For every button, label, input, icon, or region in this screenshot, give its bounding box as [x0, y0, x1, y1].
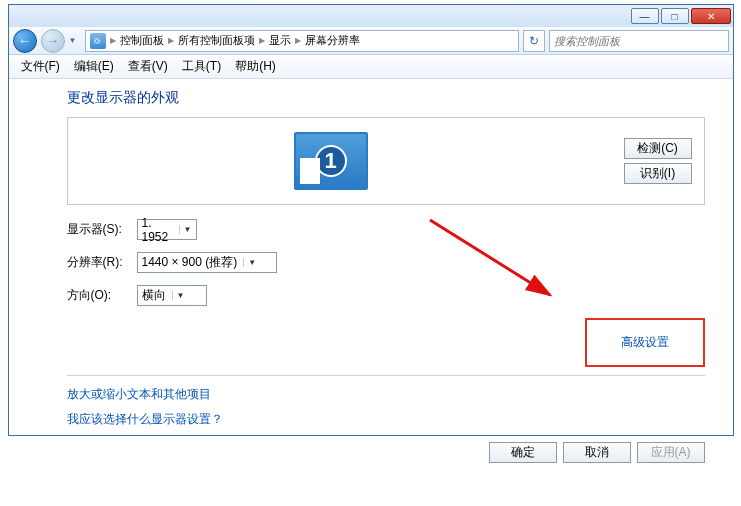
orientation-value: 横向	[142, 287, 166, 304]
identify-button[interactable]: 识别(I)	[624, 163, 692, 184]
search-input[interactable]	[549, 30, 729, 52]
menu-help[interactable]: 帮助(H)	[229, 56, 282, 77]
orientation-dropdown[interactable]: 横向 ▼	[137, 285, 207, 306]
address-bar[interactable]: ⛭ ▶ 控制面板 ▶ 所有控制面板项 ▶ 显示 ▶ 屏幕分辨率	[85, 30, 519, 52]
display-preview-box: 检测(C) 识别(I)	[67, 117, 705, 205]
divider	[67, 375, 705, 376]
minimize-button[interactable]: —	[631, 8, 659, 24]
crumb-level2[interactable]: 显示	[269, 33, 291, 48]
resolution-value: 1440 × 900 (推荐)	[142, 254, 238, 271]
detect-button[interactable]: 检测(C)	[624, 138, 692, 159]
chevron-right-icon: ▶	[166, 36, 176, 45]
chevron-down-icon: ▼	[172, 291, 185, 300]
nav-history-dropdown[interactable]: ▼	[69, 36, 81, 45]
cancel-button[interactable]: 取消	[563, 442, 631, 463]
titlebar: — □ ✕	[9, 5, 733, 27]
chevron-down-icon: ▼	[243, 258, 256, 267]
text-size-link[interactable]: 放大或缩小文本和其他项目	[67, 386, 705, 403]
forward-button[interactable]: →	[41, 29, 65, 53]
resolution-dropdown[interactable]: 1440 × 900 (推荐) ▼	[137, 252, 277, 273]
close-button[interactable]: ✕	[691, 8, 731, 24]
display-value: 1. 1952	[142, 216, 173, 244]
menu-file[interactable]: 文件(F)	[15, 56, 66, 77]
nav-toolbar: ← → ▼ ⛭ ▶ 控制面板 ▶ 所有控制面板项 ▶ 显示 ▶ 屏幕分辨率 ↻	[9, 27, 733, 55]
chevron-right-icon: ▶	[293, 36, 303, 45]
content-area: 更改显示器的外观 检测(C) 识别(I) 显示器(S): 1. 1952 ▼ 分…	[9, 79, 733, 473]
page-title: 更改显示器的外观	[67, 89, 705, 107]
ok-button[interactable]: 确定	[489, 442, 557, 463]
chevron-right-icon: ▶	[257, 36, 267, 45]
display-dropdown[interactable]: 1. 1952 ▼	[137, 219, 197, 240]
crumb-level1[interactable]: 所有控制面板项	[178, 33, 255, 48]
display-label: 显示器(S):	[67, 221, 137, 238]
crumb-root[interactable]: 控制面板	[120, 33, 164, 48]
chevron-right-icon: ▶	[108, 36, 118, 45]
refresh-button[interactable]: ↻	[523, 30, 545, 52]
chevron-down-icon: ▼	[179, 225, 192, 234]
resolution-label: 分辨率(R):	[67, 254, 137, 271]
monitor-secondary-thumbnail[interactable]	[364, 141, 404, 181]
maximize-button[interactable]: □	[661, 8, 689, 24]
menu-view[interactable]: 查看(V)	[122, 56, 174, 77]
monitor-1-thumbnail[interactable]	[294, 132, 368, 190]
menu-tools[interactable]: 工具(T)	[176, 56, 227, 77]
control-panel-icon: ⛭	[90, 33, 106, 49]
menu-edit[interactable]: 编辑(E)	[68, 56, 120, 77]
back-button[interactable]: ←	[13, 29, 37, 53]
menubar: 文件(F) 编辑(E) 查看(V) 工具(T) 帮助(H)	[9, 55, 733, 79]
orientation-label: 方向(O):	[67, 287, 137, 304]
help-link[interactable]: 我应该选择什么显示器设置？	[67, 411, 705, 428]
advanced-settings-link[interactable]: 高级设置	[621, 335, 669, 349]
apply-button[interactable]: 应用(A)	[637, 442, 705, 463]
annotation-highlight-box: 高级设置	[585, 318, 705, 367]
crumb-level3[interactable]: 屏幕分辨率	[305, 33, 360, 48]
